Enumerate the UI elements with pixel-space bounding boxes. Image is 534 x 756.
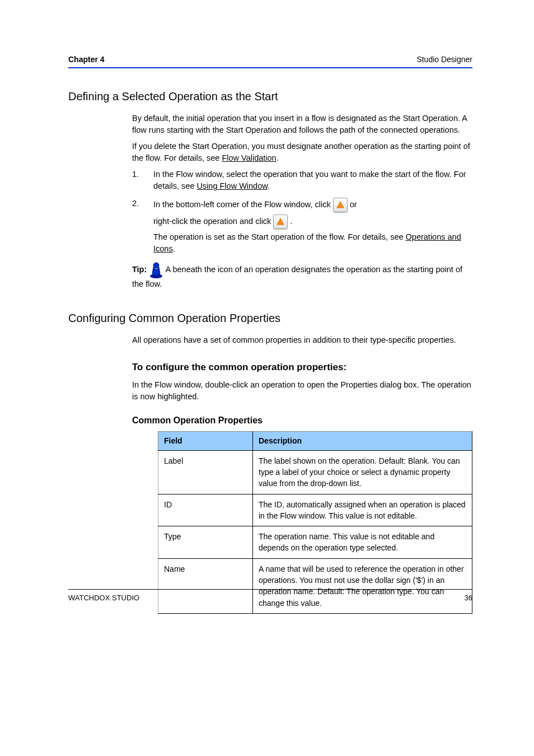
- s2-intro: All operations have a set of common prop…: [132, 334, 472, 346]
- step-2-line2: right-click the operation and click .: [153, 214, 472, 229]
- intro2-tail: .: [277, 153, 279, 162]
- chapter-label: Chapter 4: [68, 54, 105, 65]
- footer-rule: [68, 589, 472, 590]
- footer-product: WATCHDOX STUDIO: [68, 593, 139, 604]
- pawn-start-icon: [149, 262, 163, 278]
- step-2-note: The operation is set as the Start operat…: [153, 231, 472, 255]
- step-1-text: In the Flow window, select the operation…: [153, 169, 472, 192]
- s2-tocfg: To configure the common operation proper…: [132, 361, 472, 375]
- step-1-number: 1.: [132, 169, 153, 180]
- page-header: Chapter 4 Studio Designer: [68, 54, 472, 66]
- set-start-icon: [333, 198, 348, 212]
- step-2: 2. In the bottom-left corner of the Flow…: [132, 198, 472, 257]
- intro2-text: If you delete the Start Operation, you m…: [132, 142, 470, 162]
- cell-field: Type: [158, 526, 253, 559]
- s2-before: In the Flow window, double-click an oper…: [132, 379, 472, 403]
- s2-h4: Common Operation Properties: [132, 414, 472, 427]
- svg-marker-1: [277, 218, 284, 225]
- step-1: 1. In the Flow window, select the operat…: [132, 169, 472, 194]
- section-title-1: Defining a Selected Operation as the Sta…: [68, 88, 472, 105]
- set-start-icon-inline: [273, 214, 288, 229]
- th-desc: Description: [253, 432, 472, 450]
- link-flow-validation[interactable]: Flow Validation: [222, 153, 276, 162]
- intro-paragraph-2: If you delete the Start Operation, you m…: [132, 141, 472, 164]
- tip-text: A beneath the icon of an operation desig…: [132, 265, 462, 288]
- cell-field: ID: [158, 494, 253, 526]
- cell-desc: The operation name. This value is not ed…: [253, 526, 472, 559]
- chapter-title: Studio Designer: [416, 54, 472, 65]
- svg-point-3: [153, 263, 159, 268]
- table-row: TypeThe operation name. This value is no…: [158, 526, 472, 559]
- tip-row: Tip: A beneath the icon of an operation …: [132, 262, 472, 290]
- svg-marker-0: [337, 202, 344, 208]
- step-2-number: 2.: [132, 198, 153, 209]
- intro-paragraph-1: By default, the initial operation that y…: [132, 113, 472, 136]
- link-using-flow-window[interactable]: Using Flow Window: [196, 181, 268, 190]
- table-header-row: Field Description: [158, 432, 472, 450]
- footer-page-number: 36: [465, 593, 472, 604]
- step-2-line1: In the bottom-left corner of the Flow wi…: [153, 198, 472, 212]
- tip-label: Tip:: [132, 265, 149, 274]
- cell-field: Label: [158, 450, 253, 494]
- th-field: Field: [158, 432, 253, 450]
- page-footer: WATCHDOX STUDIO 36: [68, 585, 472, 604]
- section-title-2: Configuring Common Operation Properties: [68, 310, 472, 326]
- cell-desc: The label shown on the operation. Defaul…: [253, 450, 472, 494]
- table-row: IDThe ID, automatically assigned when an…: [158, 494, 472, 526]
- cell-desc: The ID, automatically assigned when an o…: [253, 494, 472, 526]
- table-row: LabelThe label shown on the operation. D…: [158, 450, 472, 494]
- header-rule: [68, 67, 472, 68]
